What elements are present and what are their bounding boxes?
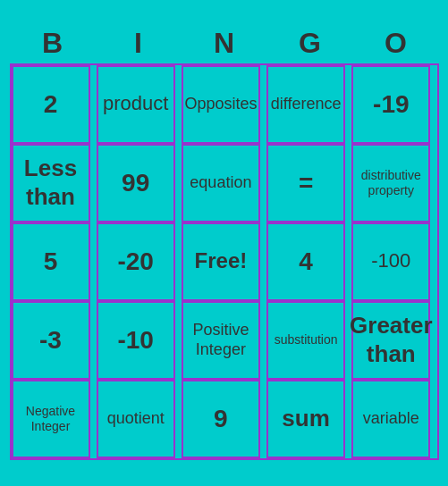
- header-letter-G: G: [271, 27, 350, 60]
- cell-r0-c4: -19: [351, 65, 430, 144]
- bingo-header: BINGO: [10, 27, 439, 60]
- cell-r2-c2: Free!: [182, 222, 260, 301]
- cell-r3-c4: Greater than: [351, 301, 430, 380]
- cell-r4-c3: sum: [266, 380, 345, 458]
- cell-r2-c0: 5: [12, 222, 90, 301]
- cell-r4-c4: variable: [351, 380, 430, 458]
- cell-r3-c2: Positive Integer: [182, 301, 260, 380]
- cell-r1-c1: 99: [97, 144, 175, 222]
- cell-r0-c3: difference: [266, 65, 345, 144]
- cell-r0-c0: 2: [12, 65, 90, 144]
- cell-r0-c2: Opposites: [182, 65, 260, 144]
- cell-r1-c2: equation: [182, 144, 260, 222]
- cell-r3-c0: -3: [12, 301, 90, 380]
- cell-r4-c0: Negative Integer: [12, 380, 90, 458]
- cell-r1-c4: distributive property: [351, 144, 430, 222]
- cell-r2-c4: -100: [351, 222, 430, 301]
- cell-r1-c0: Less than: [12, 144, 90, 222]
- header-letter-O: O: [357, 27, 435, 60]
- header-letter-N: N: [185, 27, 264, 60]
- cell-r1-c3: =: [266, 144, 345, 222]
- cell-r3-c3: substitution: [266, 301, 345, 380]
- cell-r4-c1: quotient: [97, 380, 175, 458]
- cell-r3-c1: -10: [97, 301, 175, 380]
- cell-r4-c2: 9: [182, 380, 260, 458]
- header-letter-B: B: [13, 27, 92, 60]
- bingo-grid: 2productOppositesdifference-19Less than9…: [10, 63, 439, 460]
- cell-r0-c1: product: [97, 65, 175, 144]
- header-letter-I: I: [99, 27, 178, 60]
- cell-r2-c1: -20: [97, 222, 175, 301]
- bingo-card: BINGO 2productOppositesdifference-19Less…: [10, 27, 439, 460]
- cell-r2-c3: 4: [266, 222, 345, 301]
